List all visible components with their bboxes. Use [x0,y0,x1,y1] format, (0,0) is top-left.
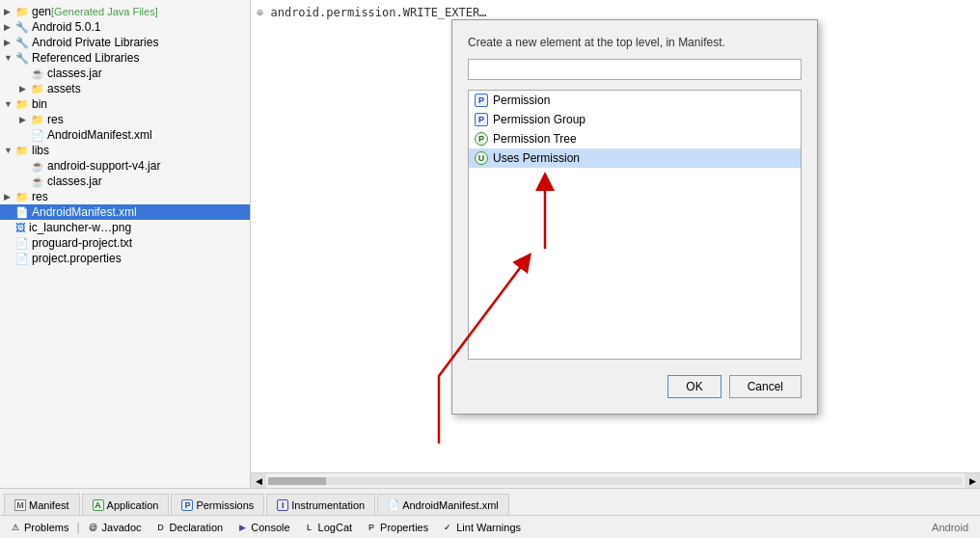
folder-icon-bin: 📁 [15,98,29,111]
problems-icon: ⚠ [10,522,21,533]
status-javadoc-btn[interactable]: @ Javadoc [82,520,148,535]
tree-label-androidmanifest-bin: AndroidManifest.xml [47,128,152,142]
tree-item-classes-jar-1[interactable]: ☕ classes.jar [0,66,250,81]
status-console-btn[interactable]: ▶ Console [231,520,295,535]
status-problems-btn[interactable]: ⚠ Problems [4,520,74,535]
tab-application[interactable]: A Application [82,494,170,515]
editor-area: ⊕ android.permission.WRITE_EXTER… Create… [251,0,980,488]
dialog-search-input[interactable] [468,59,802,80]
tree-label-proguard: proguard-project.txt [32,236,132,250]
permission-tree-icon: P [475,132,488,146]
file-icon-project-props: 📄 [15,253,29,265]
tree-item-ic-launcher[interactable]: 🖼 ic_launcher-w…png [0,220,250,235]
dialog-item-permission[interactable]: P Permission [469,91,801,110]
tree-label-res-bin: res [47,113,64,126]
status-declaration-btn[interactable]: D Declaration [150,520,230,535]
dialog-item-permission-group[interactable]: P Permission Group [469,110,801,129]
dialog-buttons: OK Cancel [468,375,802,398]
expand-android501[interactable]: ▶ [4,22,15,32]
expand-android-private[interactable]: ▶ [4,38,15,47]
tree-item-res2[interactable]: ▶ 📁 res [0,189,250,204]
expand-gen[interactable]: ▶ [4,7,15,16]
tab-instrumentation-icon: I [277,499,288,511]
project-tree[interactable]: ▶ 📁 gen [Generated Java Files] ▶ 🔧 Andro… [0,0,251,488]
permission-group-label: Permission Group [493,113,585,126]
dialog-overlay: Create a new element at the top level, i… [251,0,980,488]
gen-suffix: [Generated Java Files] [51,6,158,17]
horizontal-scrollbar[interactable]: ◀ ▶ [251,472,980,488]
problems-label: Problems [24,522,68,533]
tree-label-gen: gen [32,5,51,18]
tree-item-android501[interactable]: ▶ 🔧 Android 5.0.1 [0,19,250,35]
expand-assets[interactable]: ▶ [19,84,31,94]
tree-label-assets: assets [47,82,81,95]
tree-item-androidmanifest-bin[interactable]: 📄 AndroidManifest.xml [0,127,250,143]
properties-icon: P [366,522,377,533]
lib-icon-android-private: 🔧 [15,37,29,49]
tree-item-android-private[interactable]: ▶ 🔧 Android Private Libraries [0,35,250,50]
tree-label-androidmanifest: AndroidManifest.xml [32,205,137,219]
permission-tree-label: Permission Tree [493,132,577,146]
dialog-item-permission-tree[interactable]: P Permission Tree [469,129,801,148]
scroll-left-btn[interactable]: ◀ [251,473,266,489]
tree-item-android-support[interactable]: ☕ android-support-v4.jar [0,158,250,174]
tab-androidmanifest-label: AndroidManifest.xml [402,499,499,511]
tree-label-ic-launcher: ic_launcher-w…png [29,221,131,234]
tree-item-referenced-libs[interactable]: ▼ 🔧 Referenced Libraries [0,50,250,66]
tab-androidmanifest[interactable]: 📄 AndroidManifest.xml [377,494,509,515]
tree-item-bin[interactable]: ▼ 📁 bin [0,96,250,112]
expand-referenced-libs[interactable]: ▼ [4,53,15,63]
scroll-right-btn[interactable]: ▶ [965,473,980,489]
expand-res2[interactable]: ▶ [4,192,15,202]
tree-item-androidmanifest[interactable]: 📄 AndroidManifest.xml [0,204,250,220]
tree-item-libs[interactable]: ▼ 📁 libs [0,143,250,158]
logcat-icon: L [304,522,315,533]
javadoc-icon: @ [88,522,99,533]
tree-item-gen[interactable]: ▶ 📁 gen [Generated Java Files] [0,4,250,19]
dialog-list[interactable]: P Permission P Permission Group P Permis… [468,90,802,360]
ok-button[interactable]: OK [667,375,721,398]
tree-label-res2: res [32,190,48,203]
permission-group-icon: P [475,113,488,126]
status-lint-btn[interactable]: ✓ Lint Warnings [436,520,527,535]
tree-item-res-bin[interactable]: ▶ 📁 res [0,112,250,127]
tree-item-proguard[interactable]: 📄 proguard-project.txt [0,235,250,251]
xml-icon-androidmanifest-bin: 📄 [31,129,44,142]
file-icon-proguard: 📄 [15,237,29,250]
status-properties-btn[interactable]: P Properties [360,520,434,535]
tree-item-assets[interactable]: ▶ 📁 assets [0,81,250,96]
uses-permission-icon: U [475,151,488,165]
permission-label: Permission [493,94,550,107]
android-label: Android [932,522,976,533]
scroll-track [268,477,963,485]
console-icon: ▶ [236,522,248,533]
jar-icon-1: ☕ [31,67,44,80]
tab-androidmanifest-icon: 📄 [388,499,399,511]
cancel-button[interactable]: Cancel [729,375,802,398]
tree-label-android-support: android-support-v4.jar [47,159,160,173]
tree-label-referenced-libs: Referenced Libraries [32,51,139,65]
permission-icon: P [475,94,488,107]
tree-label-classes-jar-1: classes.jar [47,67,102,80]
tab-application-icon: A [93,499,104,511]
tab-application-label: Application [107,499,159,511]
expand-res-bin[interactable]: ▶ [19,115,31,124]
lint-label: Lint Warnings [456,522,521,533]
javadoc-label: Javadoc [102,522,142,533]
tree-item-classes-jar-2[interactable]: ☕ classes.jar [0,174,250,189]
tree-label-classes-jar-2: classes.jar [47,175,102,188]
tab-permissions[interactable]: P Permissions [171,494,264,515]
tab-instrumentation[interactable]: I Instrumentation [266,494,375,515]
tree-label-project-props: project.properties [32,252,122,265]
tree-item-project-props[interactable]: 📄 project.properties [0,251,250,266]
declaration-label: Declaration [170,522,224,533]
tab-manifest[interactable]: M Manifest [4,494,80,515]
expand-libs[interactable]: ▼ [4,146,15,155]
tab-instrumentation-label: Instrumentation [291,499,365,511]
tree-label-bin: bin [32,97,47,111]
uses-permission-label: Uses Permission [493,151,580,165]
expand-bin[interactable]: ▼ [4,99,15,109]
dialog-item-uses-permission[interactable]: U Uses Permission [469,148,801,168]
status-logcat-btn[interactable]: L LogCat [298,520,358,535]
folder-icon-libs: 📁 [15,145,29,157]
